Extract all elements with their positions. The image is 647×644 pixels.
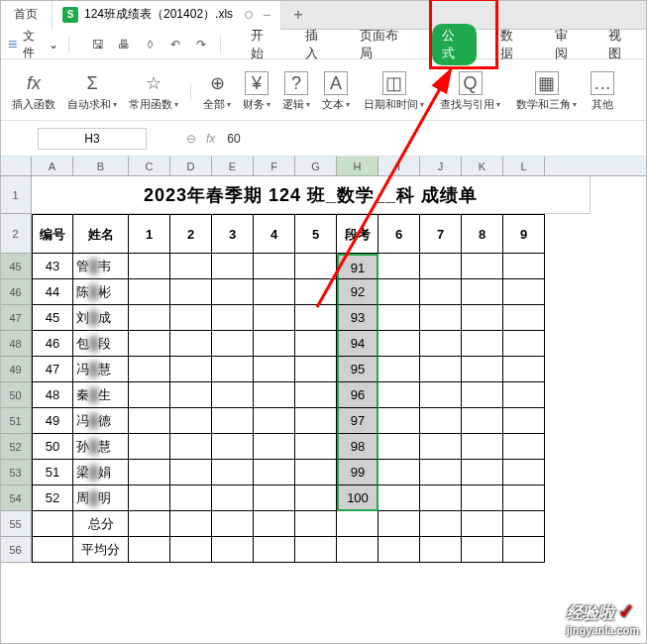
cell[interactable] bbox=[420, 305, 462, 331]
cell[interactable] bbox=[420, 537, 462, 563]
preview-icon[interactable]: ◊ bbox=[141, 36, 159, 54]
cell[interactable] bbox=[212, 382, 254, 408]
cell[interactable] bbox=[295, 357, 337, 382]
col-header[interactable]: G bbox=[295, 157, 337, 175]
col-header[interactable]: H bbox=[337, 157, 378, 175]
cell[interactable] bbox=[32, 537, 73, 563]
row-header[interactable]: 46 bbox=[0, 279, 32, 305]
cell[interactable] bbox=[170, 357, 212, 382]
cell[interactable] bbox=[170, 254, 212, 279]
header-5[interactable]: 5 bbox=[295, 214, 337, 254]
cell-name[interactable]: 冯█德 bbox=[73, 408, 129, 434]
cell-id[interactable]: 51 bbox=[32, 460, 73, 485]
row-header[interactable]: 54 bbox=[0, 485, 32, 511]
autosum-button[interactable]: Σ 自动求和▾ bbox=[63, 71, 121, 112]
row-header[interactable]: 56 bbox=[0, 537, 32, 563]
cell[interactable] bbox=[462, 254, 503, 279]
col-header[interactable]: L bbox=[503, 157, 545, 175]
col-header[interactable]: C bbox=[129, 157, 170, 175]
common-fn-button[interactable]: ☆ 常用函数▾ bbox=[125, 71, 182, 112]
cell[interactable] bbox=[503, 434, 545, 460]
cell[interactable] bbox=[420, 511, 462, 537]
cell-id[interactable]: 43 bbox=[32, 254, 73, 279]
cell-id[interactable]: 45 bbox=[32, 305, 73, 331]
cell[interactable] bbox=[212, 331, 254, 357]
cell[interactable] bbox=[462, 279, 503, 305]
cell[interactable] bbox=[462, 537, 503, 563]
col-header[interactable]: I bbox=[378, 157, 420, 175]
cell-name[interactable]: 包█段 bbox=[73, 331, 129, 357]
cell[interactable] bbox=[129, 408, 170, 434]
cell[interactable] bbox=[337, 537, 378, 563]
cell-seg[interactable]: 93 bbox=[337, 305, 378, 331]
cell[interactable] bbox=[503, 254, 545, 279]
finance-button[interactable]: ¥ 财务▾ bbox=[239, 71, 274, 112]
cell[interactable] bbox=[295, 279, 337, 305]
header-4[interactable]: 4 bbox=[254, 214, 295, 254]
header-9[interactable]: 9 bbox=[503, 214, 545, 254]
cell[interactable] bbox=[420, 382, 462, 408]
cell-name[interactable]: 孙█慧 bbox=[73, 434, 129, 460]
cell[interactable] bbox=[170, 331, 212, 357]
header-6[interactable]: 6 bbox=[378, 214, 420, 254]
cell[interactable] bbox=[420, 485, 462, 511]
cell-seg[interactable]: 100 bbox=[337, 485, 378, 511]
cell[interactable] bbox=[378, 537, 420, 563]
cell[interactable] bbox=[254, 331, 295, 357]
cell-seg[interactable]: 92 bbox=[337, 279, 378, 305]
cell[interactable] bbox=[503, 408, 545, 434]
lookup-button[interactable]: Q 查找与引用▾ bbox=[434, 71, 506, 112]
cell[interactable] bbox=[129, 331, 170, 357]
tab-view[interactable]: 视图 bbox=[602, 23, 639, 66]
tab-start[interactable]: 开始 bbox=[245, 23, 281, 66]
header-7[interactable]: 7 bbox=[420, 214, 462, 254]
all-fn-button[interactable]: ⊕ 全部▾ bbox=[199, 71, 235, 112]
redo-icon[interactable]: ↷ bbox=[192, 36, 210, 54]
cell[interactable] bbox=[32, 511, 73, 537]
tab-review[interactable]: 审阅 bbox=[549, 23, 586, 66]
cell[interactable] bbox=[462, 408, 503, 434]
cell[interactable] bbox=[462, 331, 503, 357]
cell[interactable] bbox=[295, 331, 337, 357]
cell[interactable] bbox=[503, 537, 545, 563]
cell-name[interactable]: 管█韦 bbox=[73, 254, 129, 279]
cell[interactable] bbox=[462, 305, 503, 331]
undo-icon[interactable]: ↶ bbox=[166, 36, 184, 54]
cell[interactable] bbox=[212, 537, 254, 563]
col-header[interactable]: A bbox=[32, 157, 73, 175]
sheet-title[interactable]: 2023年春季期 124 班_数学__科 成绩单 bbox=[32, 176, 591, 214]
row-header[interactable]: 1 bbox=[0, 176, 32, 214]
cell[interactable] bbox=[254, 537, 295, 563]
cell[interactable] bbox=[129, 305, 170, 331]
col-header[interactable]: J bbox=[420, 157, 462, 175]
cell[interactable] bbox=[129, 485, 170, 511]
header-seg[interactable]: 段考 bbox=[337, 214, 378, 254]
cell[interactable] bbox=[503, 511, 545, 537]
cell[interactable] bbox=[254, 434, 295, 460]
cell[interactable] bbox=[170, 305, 212, 331]
cell[interactable] bbox=[129, 382, 170, 408]
cell[interactable] bbox=[378, 434, 420, 460]
select-all-corner[interactable] bbox=[0, 157, 32, 175]
cell[interactable] bbox=[295, 537, 337, 563]
hamburger-icon[interactable]: ≡ bbox=[8, 36, 17, 54]
cell[interactable] bbox=[254, 357, 295, 382]
save-icon[interactable]: 🖫 bbox=[89, 36, 107, 54]
cell[interactable] bbox=[378, 408, 420, 434]
cell[interactable] bbox=[503, 357, 545, 382]
row-header[interactable]: 50 bbox=[0, 382, 32, 408]
cell[interactable] bbox=[254, 511, 295, 537]
cell[interactable] bbox=[378, 357, 420, 382]
col-header[interactable]: K bbox=[462, 157, 503, 175]
cell[interactable] bbox=[420, 357, 462, 382]
file-menu[interactable]: 文件 ⌄ bbox=[23, 28, 58, 61]
cell[interactable] bbox=[462, 357, 503, 382]
name-box[interactable] bbox=[38, 128, 147, 150]
cell[interactable] bbox=[503, 460, 545, 485]
cell-id[interactable]: 47 bbox=[32, 357, 73, 382]
cell[interactable] bbox=[212, 254, 254, 279]
cell[interactable] bbox=[170, 434, 212, 460]
row-header[interactable]: 52 bbox=[0, 434, 32, 460]
cell[interactable] bbox=[170, 511, 212, 537]
row-header[interactable]: 55 bbox=[0, 511, 32, 537]
